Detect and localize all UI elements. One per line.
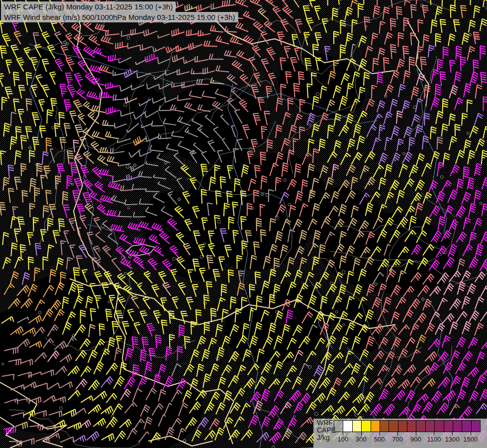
legend-tick bbox=[361, 432, 362, 436]
legend-tick bbox=[452, 432, 453, 436]
legend-cell bbox=[371, 421, 380, 432]
legend-tick bbox=[343, 432, 343, 436]
legend-cell bbox=[361, 421, 370, 432]
legend-cell bbox=[352, 421, 361, 432]
legend-cell bbox=[334, 421, 343, 432]
legend-line-unit: J/kg bbox=[317, 434, 336, 442]
legend-tick bbox=[397, 432, 398, 436]
legend-cell bbox=[471, 421, 480, 432]
legend-tick-label: 300 bbox=[356, 436, 367, 443]
legend-tick bbox=[380, 432, 380, 436]
legend-cell bbox=[407, 421, 416, 432]
legend-tick-label: 700 bbox=[392, 436, 403, 443]
legend-tick-label: 100 bbox=[337, 436, 348, 443]
legend-cell bbox=[389, 421, 397, 432]
weather-map-canvas bbox=[0, 0, 487, 448]
legend-cell bbox=[453, 421, 462, 432]
legend-cell bbox=[343, 421, 352, 432]
legend-tick-label: 1300 bbox=[445, 436, 460, 443]
legend-tick-label: 1500 bbox=[463, 436, 478, 443]
legend-tick bbox=[471, 432, 471, 436]
wind-shear-title-text: WRF Wind shear (m/s) 500/1000hPa Monday … bbox=[4, 13, 235, 21]
legend-cell bbox=[425, 421, 434, 432]
legend-line-wrf: WRF bbox=[317, 419, 336, 427]
legend-tick bbox=[416, 432, 416, 436]
cape-legend: WRF CAPE J/kg 10030050070090011001300150… bbox=[313, 419, 487, 448]
cape-title-bar: WRF CAPE (J/kg) Monday 03-11-2025 15:00 … bbox=[1, 1, 176, 12]
legend-cell bbox=[398, 421, 407, 432]
legend-tick bbox=[434, 432, 434, 436]
legend-cell bbox=[416, 421, 425, 432]
legend-line-cape: CAPE bbox=[317, 427, 336, 434]
legend-tick-label: 1100 bbox=[427, 436, 441, 443]
cape-color-scale bbox=[334, 420, 481, 432]
legend-cell bbox=[462, 421, 471, 432]
legend-tick-label: 900 bbox=[410, 436, 421, 443]
cape-title-text: WRF CAPE (J/kg) Monday 03-11-2025 15:00 … bbox=[4, 2, 173, 11]
legend-tick-label: 500 bbox=[374, 436, 385, 443]
wrf-weather-map-view: WRF CAPE (J/kg) Monday 03-11-2025 15:00 … bbox=[0, 0, 487, 448]
legend-cell bbox=[380, 421, 389, 432]
legend-unit-label: WRF CAPE J/kg bbox=[317, 419, 336, 442]
legend-cell bbox=[444, 421, 453, 432]
wind-shear-title-bar: WRF Wind shear (m/s) 500/1000hPa Monday … bbox=[1, 12, 238, 22]
legend-cell bbox=[434, 421, 443, 432]
